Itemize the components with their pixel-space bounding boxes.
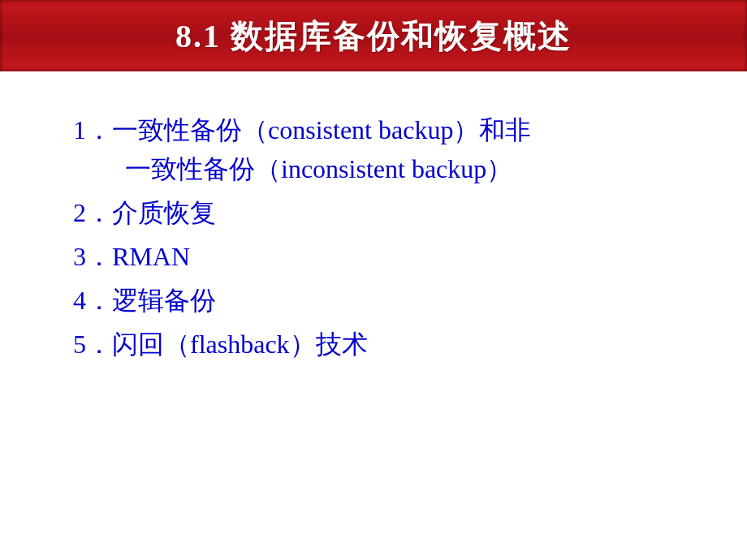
list-item: 5．闪回（flashback）技术 xyxy=(73,325,674,364)
list-item: 4．逻辑备份 xyxy=(73,281,674,320)
item-continuation: 一致性备份（inconsistent backup） xyxy=(73,149,674,188)
list-item: 2．介质恢复 xyxy=(73,193,674,232)
item-text: 一致性备份（consistent backup）和非 xyxy=(112,115,531,144)
slide-container: 8.1 数据库备份和恢复概述 1．一致性备份（consistent backup… xyxy=(0,0,747,560)
item-text: 介质恢复 xyxy=(112,198,216,227)
topic-list: 1．一致性备份（consistent backup）和非 一致性备份（incon… xyxy=(73,110,674,364)
list-item: 1．一致性备份（consistent backup）和非 一致性备份（incon… xyxy=(73,110,674,188)
list-item: 3．RMAN xyxy=(73,237,674,276)
slide-header: 8.1 数据库备份和恢复概述 xyxy=(0,0,747,71)
slide-content: 1．一致性备份（consistent backup）和非 一致性备份（incon… xyxy=(0,71,747,560)
item-number: 3． xyxy=(73,242,112,271)
item-number: 5． xyxy=(73,330,112,359)
item-number: 2． xyxy=(73,198,112,227)
slide-title: 8.1 数据库备份和恢复概述 xyxy=(175,14,572,58)
item-text: RMAN xyxy=(112,242,190,271)
item-number: 4． xyxy=(73,286,112,315)
item-number: 1． xyxy=(73,115,112,144)
item-text: 逻辑备份 xyxy=(112,286,216,315)
item-text: 闪回（flashback）技术 xyxy=(112,330,368,359)
